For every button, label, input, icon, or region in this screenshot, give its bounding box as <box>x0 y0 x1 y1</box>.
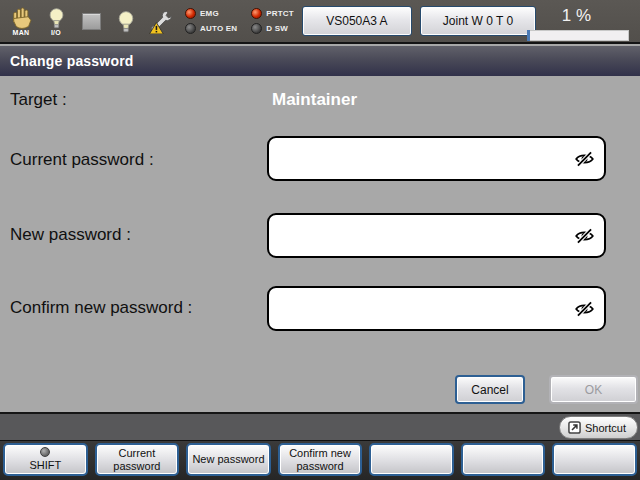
d-sw-indicator: D SW <box>251 23 294 34</box>
io-lamp-indicator[interactable]: I/O <box>43 7 69 36</box>
function-key-row: SHIFT Current password New password Conf… <box>0 440 640 480</box>
emg-indicator: EMG <box>185 8 237 19</box>
eye-slash-icon <box>574 228 595 244</box>
ok-button[interactable]: OK <box>549 375 638 404</box>
function-key-empty-3[interactable] <box>552 443 637 476</box>
manual-mode-label: MAN <box>13 29 30 36</box>
top-status-bar: MAN I/O <box>0 0 640 44</box>
stop-square-icon <box>82 13 101 30</box>
eye-slash-icon <box>574 151 595 167</box>
confirm-password-visibility-button[interactable] <box>571 296 597 322</box>
coordinate-mode-button[interactable]: Joint W 0 T 0 <box>420 6 536 36</box>
current-password-label: Current password : <box>10 150 154 170</box>
shortcut-bar: Shortcut <box>0 412 640 440</box>
function-key-current-password[interactable]: Current password <box>95 443 180 476</box>
function-key-empty-2[interactable] <box>461 443 546 476</box>
current-password-box <box>267 136 606 181</box>
lamp-indicator[interactable] <box>113 10 139 33</box>
shortcut-arrow-icon <box>568 421 581 434</box>
new-password-box <box>267 213 606 258</box>
function-key-confirm-new-password[interactable]: Confirm new password <box>278 443 363 476</box>
function-key-empty-1[interactable] <box>369 443 454 476</box>
robot-select-button[interactable]: VS050A3 A <box>302 6 412 36</box>
speed-progress-fill <box>527 30 530 41</box>
cancel-button[interactable]: Cancel <box>455 375 525 404</box>
speed-progress-bar <box>527 30 629 41</box>
confirm-password-box <box>267 286 606 331</box>
io-lamp-icon <box>48 7 65 30</box>
page-title: Change password <box>10 53 134 69</box>
function-key-new-password[interactable]: New password <box>186 443 271 476</box>
shortcut-button[interactable]: Shortcut <box>559 416 638 439</box>
target-value: Maintainer <box>272 90 357 110</box>
auto-en-led-icon <box>185 23 196 34</box>
maintenance-warning-indicator[interactable] <box>148 10 174 33</box>
confirm-password-label: Confirm new password : <box>10 298 192 318</box>
lamp-icon <box>117 10 135 34</box>
prtct-indicator: PRTCT <box>251 8 294 19</box>
new-password-input[interactable] <box>275 217 570 254</box>
function-key-shift[interactable]: SHIFT <box>3 443 88 476</box>
new-password-label: New password : <box>10 225 131 245</box>
d-sw-led-icon <box>251 23 262 34</box>
shortcut-button-label: Shortcut <box>585 422 626 434</box>
manual-mode-indicator[interactable]: MAN <box>8 7 34 36</box>
eye-slash-icon <box>574 301 595 317</box>
speed-percent-label: 1 % <box>527 6 626 26</box>
status-led-panel: EMG PRTCT AUTO EN D SW <box>185 8 294 34</box>
stop-square-indicator[interactable] <box>78 13 104 29</box>
confirm-password-input[interactable] <box>275 290 570 327</box>
dialog-title-bar: Change password <box>0 46 640 76</box>
current-password-visibility-button[interactable] <box>571 146 597 172</box>
io-lamp-label: I/O <box>51 29 61 36</box>
emg-led-icon <box>185 8 196 19</box>
teach-pendant-screen: MAN I/O <box>0 0 640 480</box>
prtct-led-icon <box>251 8 262 19</box>
hand-icon <box>10 7 33 30</box>
target-label: Target : <box>10 90 67 110</box>
auto-en-indicator: AUTO EN <box>185 23 237 34</box>
speed-display: 1 % <box>527 0 640 44</box>
shift-led-icon <box>40 447 50 457</box>
new-password-visibility-button[interactable] <box>571 223 597 249</box>
wrench-warning-icon <box>149 10 173 34</box>
current-password-input[interactable] <box>275 140 570 177</box>
